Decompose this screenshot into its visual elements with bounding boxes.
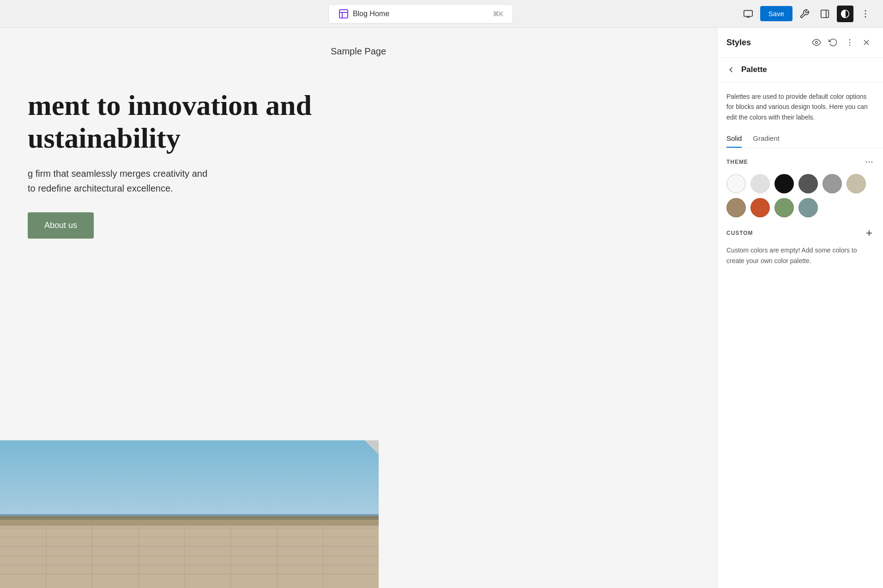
styles-panel-title: Styles [726,38,751,48]
history-button[interactable] [826,35,841,50]
custom-section: CUSTOM Custom colors are empty! Add some… [717,217,883,266]
color-swatch-white-light[interactable] [726,174,746,193]
palette-description: Palettes are used to provide default col… [717,82,883,130]
tab-solid[interactable]: Solid [726,130,742,148]
dark-mode-button[interactable] [837,6,853,22]
main-layout: Sample Page ment to innovation andustain… [0,28,883,588]
custom-label: CUSTOM [726,230,753,236]
svg-point-31 [849,45,851,46]
eye-button[interactable] [809,35,824,50]
color-swatch-brown-tan[interactable] [726,198,746,217]
color-swatch-white-dark[interactable] [750,174,770,193]
about-us-button[interactable]: About us [28,212,94,239]
topbar-center: Blog Home ⌘K [328,4,513,24]
close-panel-button[interactable] [859,35,874,50]
svg-point-11 [865,16,866,18]
palette-tabs: Solid Gradient [717,130,883,148]
svg-rect-3 [744,10,752,16]
panel-more-button[interactable] [842,35,857,50]
building-svg [0,496,379,588]
hero-subtext: g firm that seamlessly merges creativity… [28,166,305,196]
hero-section: ment to innovation andustainability g fi… [0,71,717,239]
tools-button[interactable] [796,6,813,22]
color-swatch-dark-gray[interactable] [798,174,818,193]
svg-point-10 [865,13,866,14]
palette-title: Palette [741,65,767,74]
color-swatch-steel-teal[interactable] [798,198,818,217]
color-swatch-sage-green[interactable] [774,198,794,217]
add-custom-color-button[interactable] [865,228,874,238]
building-image [0,440,379,588]
svg-rect-0 [339,10,348,18]
tab-gradient[interactable]: Gradient [753,130,780,148]
panel-header: Styles [717,28,883,58]
svg-rect-26 [0,519,379,526]
custom-description: Custom colors are empty! Add some colors… [726,245,874,266]
back-button[interactable] [726,65,736,74]
topbar-center-left: Blog Home [338,8,389,19]
theme-menu-button[interactable] [865,157,874,167]
panel-header-icons [809,35,874,50]
styles-panel: Styles [717,28,883,588]
color-swatch-warm-beige[interactable] [847,174,866,193]
page-title: Blog Home [353,10,389,18]
color-swatch-terracotta[interactable] [750,198,770,217]
theme-label: THEME [726,159,748,165]
canvas-area: Sample Page ment to innovation andustain… [0,28,717,588]
sidebar-toggle-button[interactable] [816,6,833,22]
custom-section-header: CUSTOM [726,228,874,238]
topbar-right: Save [740,6,874,22]
topbar: Blog Home ⌘K Save [0,0,883,28]
theme-section: THEME [717,148,883,217]
svg-point-29 [849,39,851,41]
theme-section-header: THEME [726,157,874,167]
canvas-page: Sample Page ment to innovation andustain… [0,28,717,588]
save-button[interactable]: Save [760,6,792,21]
sample-page-title: Sample Page [0,28,717,71]
color-swatch-medium-gray[interactable] [823,174,842,193]
svg-point-28 [816,42,818,44]
svg-rect-6 [821,10,829,18]
palette-header: Palette [717,58,883,82]
svg-point-36 [871,162,873,163]
keyboard-shortcut: ⌘K [493,10,503,18]
device-preview-button[interactable] [740,6,756,22]
svg-point-35 [869,162,870,163]
svg-rect-27 [0,516,379,520]
layout-icon [338,8,349,19]
theme-color-swatches [726,174,874,217]
svg-point-30 [849,42,851,43]
svg-point-9 [865,10,866,12]
svg-point-34 [866,162,867,163]
more-options-button[interactable] [857,6,874,22]
hero-heading: ment to innovation andustainability [28,89,689,155]
color-swatch-black[interactable] [774,174,794,193]
